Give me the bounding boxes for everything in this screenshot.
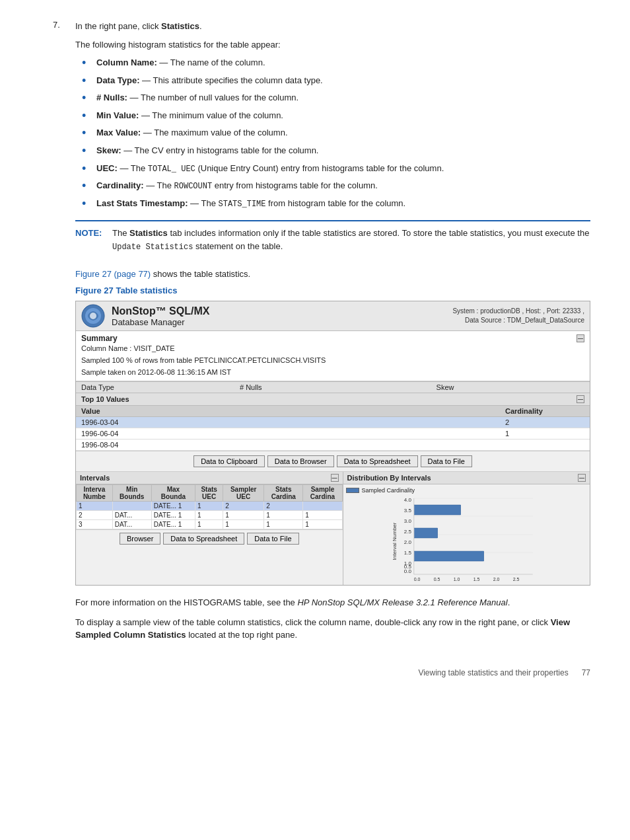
intervals-row[interactable]: 3 DAT... DATE... 1 1 1 1 1 bbox=[77, 520, 343, 529]
top10-row[interactable]: 1996-03-04 2 bbox=[76, 417, 590, 428]
distribution-minimize[interactable]: — bbox=[578, 474, 586, 482]
bullet-dot: • bbox=[82, 91, 90, 106]
buttons-row-1: Data to Clipboard Data to Browser Data t… bbox=[76, 451, 590, 472]
top10-card bbox=[505, 441, 584, 449]
col-max: MaxBounda bbox=[151, 485, 195, 502]
app-title-main: NonStop™ SQL/MX bbox=[112, 305, 452, 317]
bullet-dot: • bbox=[82, 162, 90, 176]
legend-swatch bbox=[346, 488, 359, 493]
bar-3 bbox=[414, 551, 483, 561]
system-line2: Data Source : TDM_Default_DataSource bbox=[452, 316, 584, 325]
dt-col3: Skew bbox=[306, 383, 584, 391]
app-logo bbox=[81, 304, 105, 328]
bullet-last-stats: • Last Stats Timestamp: — The STATS_TIME… bbox=[82, 197, 590, 211]
interval-sample-card: 1 bbox=[303, 520, 342, 529]
data-to-spreadsheet-button[interactable]: Data to Spreadsheet bbox=[337, 455, 418, 467]
summary-content: Column Name : VISIT_DATE Sampled 100 % o… bbox=[81, 343, 584, 378]
svg-text:0.5: 0.5 bbox=[433, 577, 440, 581]
minimize-button[interactable]: — bbox=[577, 334, 584, 342]
bullet-min-value: • Min Value: — The minimum value of the … bbox=[82, 109, 590, 124]
interval-stats-card: 1 bbox=[264, 511, 303, 520]
top10-col-value: Value bbox=[81, 407, 505, 415]
step-intro: In the right pane, click Statistics. bbox=[75, 20, 590, 33]
col-sample-uec: SamplerUEC bbox=[223, 485, 264, 502]
note-label: NOTE: bbox=[75, 227, 107, 253]
interval-max: DATE... 1 bbox=[151, 520, 195, 529]
distribution-panel: Distribution By Intervals — Sampled Card… bbox=[343, 472, 590, 585]
interval-sample-uec: 1 bbox=[223, 511, 264, 520]
top10-value: 1996-06-04 bbox=[81, 430, 505, 438]
col-min: MinBounds bbox=[112, 485, 151, 502]
interval-max: DATE... 1 bbox=[151, 502, 195, 511]
step-number: 7. bbox=[53, 20, 69, 648]
top10-row[interactable]: 1996-08-04 bbox=[76, 439, 590, 451]
bullet-text: Last Stats Timestamp: — The STATS_TIME f… bbox=[96, 197, 590, 210]
interval-stats-uec: 1 bbox=[195, 520, 223, 529]
data-type-row: Data Type # Nulls Skew bbox=[76, 381, 590, 393]
interval-sample-uec: 2 bbox=[223, 502, 264, 511]
sample-taken-line: Sample taken on 2012-06-08 11:36:15 AM I… bbox=[81, 367, 584, 379]
svg-text:2.0: 2.0 bbox=[493, 577, 499, 581]
top10-cols: Value Cardinality bbox=[76, 406, 590, 417]
intervals-row[interactable]: 2 DAT... DATE... 1 1 1 1 1 bbox=[77, 511, 343, 520]
view-sampled-bold: View Sampled Column Statistics bbox=[75, 617, 570, 640]
app-system-info: System : productionDB , Host: , Port: 22… bbox=[452, 307, 584, 325]
intervals-row[interactable]: 1 DATE... 1 1 2 2 bbox=[77, 502, 343, 511]
figure-title: Figure 27 Table statistics bbox=[75, 286, 590, 295]
browser-button[interactable]: Browser bbox=[120, 533, 160, 545]
interval-min: DAT... bbox=[112, 511, 151, 520]
intervals-header: Intervals — bbox=[76, 472, 343, 484]
intervals-minimize[interactable]: — bbox=[331, 474, 339, 482]
top10-row[interactable]: 1996-06-04 1 bbox=[76, 428, 590, 439]
col-stats-uec: StatsUEC bbox=[195, 485, 223, 502]
bullet-dot: • bbox=[82, 74, 90, 89]
svg-text:0.0: 0.0 bbox=[413, 577, 420, 581]
data-to-browser-button[interactable]: Data to Browser bbox=[267, 455, 334, 467]
bar-1 bbox=[414, 505, 460, 515]
bullet-text: Max Value: — The maximum value of the co… bbox=[96, 126, 590, 139]
interval-num: 3 bbox=[77, 520, 113, 529]
svg-text:1.5: 1.5 bbox=[473, 577, 479, 581]
bullet-text: Min Value: — The minimum value of the co… bbox=[96, 109, 590, 122]
interval-spreadsheet-button[interactable]: Data to Spreadsheet bbox=[163, 533, 244, 545]
legend-label: Sampled Cardinality bbox=[362, 487, 415, 494]
svg-text:4.0: 4.0 bbox=[403, 497, 411, 503]
bullet-dot: • bbox=[82, 197, 90, 211]
figure-reference: Figure 27 (page 77) shows the table stat… bbox=[75, 268, 590, 281]
data-to-clipboard-button[interactable]: Data to Clipboard bbox=[193, 455, 265, 467]
note-text: The Statistics tab includes information … bbox=[112, 227, 590, 253]
top10-minimize[interactable]: — bbox=[577, 395, 584, 403]
note-box: NOTE: The Statistics tab includes inform… bbox=[75, 220, 590, 258]
interval-max: DATE... 1 bbox=[151, 511, 195, 520]
distribution-label: Distribution By Intervals bbox=[347, 474, 431, 482]
data-to-file-button[interactable]: Data to File bbox=[421, 455, 472, 467]
dt-col1: Data Type bbox=[81, 383, 240, 391]
footer-text: For more information on the HISTOGRAMS t… bbox=[75, 596, 590, 642]
intervals-panel: Intervals — IntervaNumbe MinBounds MaxBo… bbox=[76, 472, 343, 585]
svg-text:Interval Number: Interval Number bbox=[391, 522, 397, 560]
distribution-chart: Sampled Cardinality 4.0 3.5 3.0 2.5 2.0 … bbox=[343, 484, 590, 585]
bullet-text: # Nulls: — The number of null values for… bbox=[96, 91, 590, 104]
bullet-uec: • UEC: — The TOTAL_ UEC (Unique Entry Co… bbox=[82, 162, 590, 176]
bullet-dot: • bbox=[82, 179, 90, 194]
top10-value: 1996-08-04 bbox=[81, 441, 505, 449]
bullet-text: Data Type: — This attribute specifies th… bbox=[96, 74, 590, 87]
figure-ref-link[interactable]: Figure 27 (page 77) bbox=[75, 269, 151, 279]
sampled-line: Sampled 100 % of rows from table PETCLIN… bbox=[81, 355, 584, 367]
app-title-block: NonStop™ SQL/MX Database Manager bbox=[112, 305, 452, 327]
interval-min bbox=[112, 502, 151, 511]
top10-col-cardinality: Cardinality bbox=[505, 407, 584, 415]
footer-para1: For more information on the HISTOGRAMS t… bbox=[75, 596, 590, 609]
bottom-panels: Intervals — IntervaNumbe MinBounds MaxBo… bbox=[76, 472, 590, 585]
bullet-text: UEC: — The TOTAL_ UEC (Unique Entry Coun… bbox=[96, 162, 590, 175]
interval-sample-uec: 1 bbox=[223, 520, 264, 529]
page-number: 77 bbox=[582, 668, 590, 677]
col-interva: IntervaNumbe bbox=[77, 485, 113, 502]
top10-label: Top 10 Values bbox=[81, 395, 129, 403]
top10-section: Top 10 Values — Value Cardinality 1996-0… bbox=[76, 393, 590, 451]
interval-file-button[interactable]: Data to File bbox=[247, 533, 298, 545]
bullet-text: Cardinality: — The ROWCOUNT entry from h… bbox=[96, 179, 590, 192]
interval-num: 1 bbox=[77, 502, 113, 511]
svg-text:2.5: 2.5 bbox=[512, 577, 519, 581]
interval-sample-card bbox=[303, 502, 342, 511]
